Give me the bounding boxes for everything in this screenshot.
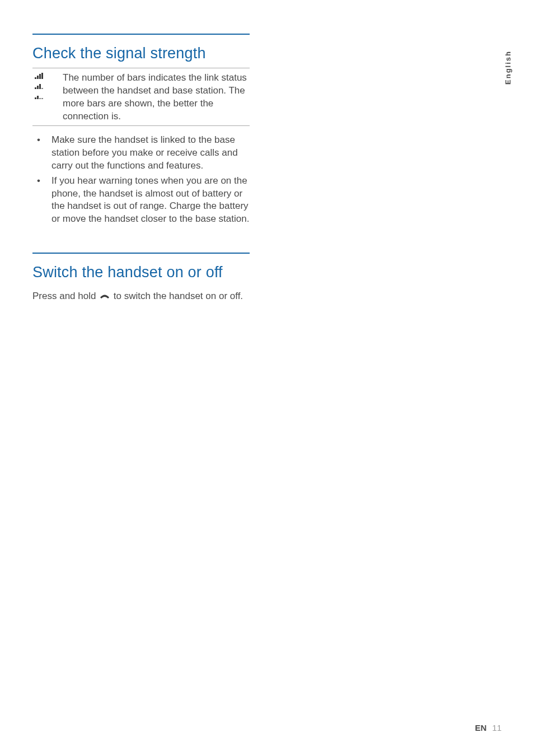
language-tab: English xyxy=(504,50,512,85)
footer-lang: EN xyxy=(475,723,486,732)
signal-bullet-list: Make sure the handset is linked to the b… xyxy=(32,134,250,226)
list-item: If you hear warning tones when you are o… xyxy=(32,175,250,226)
hangup-icon xyxy=(100,290,110,303)
list-item: Make sure the handset is linked to the b… xyxy=(32,134,250,172)
heading-check-signal: Check the signal strength xyxy=(32,34,250,68)
signal-table-description: The number of bars indicates the link st… xyxy=(59,72,250,123)
signal-bars-medium-icon xyxy=(35,83,43,89)
para-text-before: Press and hold xyxy=(32,291,99,301)
signal-strength-table: The number of bars indicates the link st… xyxy=(32,68,250,126)
para-text-after: to switch the handset on or off. xyxy=(111,291,243,301)
signal-bars-low-icon xyxy=(35,93,43,99)
bullet-text: If you hear warning tones when you are o… xyxy=(51,175,250,226)
heading-switch-handset: Switch the handset on or off xyxy=(32,253,250,287)
bullet-text: Make sure the handset is linked to the b… xyxy=(51,134,250,172)
signal-icon-column xyxy=(32,72,59,123)
signal-bars-full-icon xyxy=(35,73,43,79)
switch-handset-paragraph: Press and hold to switch the handset on … xyxy=(32,290,250,303)
footer-page-number: 11 xyxy=(492,723,502,732)
page-footer: EN11 xyxy=(475,723,502,732)
